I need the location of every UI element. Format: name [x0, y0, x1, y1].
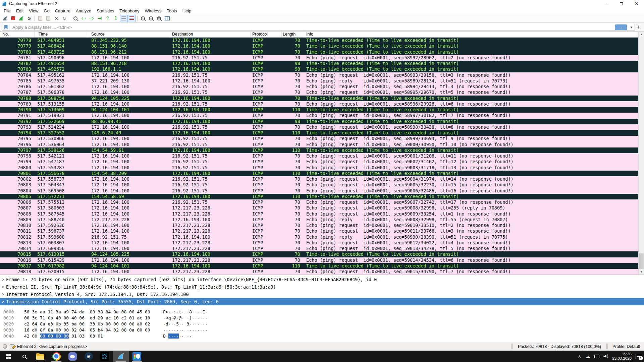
packet-row[interactable]: 70814 517.609856 172.16.194.100 172.217.… — [0, 246, 638, 251]
packet-row[interactable]: 70793 517.524234 172.16.194.100 216.92.1… — [0, 124, 638, 130]
go-to-packet-button[interactable]: ⇥ — [96, 15, 104, 22]
column-header-info[interactable]: Info — [304, 32, 638, 37]
stop-capture-button[interactable] — [9, 15, 17, 22]
packet-row[interactable]: 70790 517.514609 94.124.104.101 172.16.1… — [0, 107, 638, 113]
packet-row[interactable]: 70784 517.495162 172.16.194.100 216.92.1… — [0, 72, 638, 78]
menu-item[interactable]: Edit — [13, 8, 26, 14]
find-packet-button[interactable] — [71, 15, 79, 22]
packet-row[interactable]: 70785 517.497635 37.221.209.130 172.16.1… — [0, 78, 638, 84]
close-button[interactable]: × — [629, 0, 644, 7]
packet-row[interactable]: 70817 517.617982 94.124.104.101 172.16.1… — [0, 263, 638, 269]
packet-row[interactable]: 70799 517.547187 172.16.194.100 216.92.1… — [0, 159, 638, 165]
go-first-packet-button[interactable]: ⇧ — [104, 15, 112, 22]
column-header-protocol[interactable]: Protocol — [251, 32, 282, 37]
packet-row[interactable]: 70797 517.539126 154.54.59.61 172.16.194… — [0, 147, 638, 153]
hex-row[interactable]: 0020 c2 64 8a e3 0b 35 ba 00 33 0b 00 00… — [0, 321, 644, 327]
packet-row[interactable]: 70805 517.572271 154.54.58.69 172.16.194… — [0, 194, 638, 199]
autoscroll-toggle[interactable] — [120, 15, 128, 22]
profile-selector[interactable]: Profile: Default — [608, 344, 644, 349]
packet-row[interactable]: 70803 517.564343 172.16.194.100 216.92.1… — [0, 182, 638, 188]
taskbar-wireshark-button[interactable] — [113, 351, 129, 362]
colorize-toggle[interactable] — [128, 15, 136, 22]
menu-item[interactable]: Capture — [52, 8, 73, 14]
speaker-icon[interactable] — [603, 354, 608, 358]
close-file-button[interactable]: ✕ — [52, 15, 60, 22]
packet-row[interactable]: 70807 517.580603 172.16.194.100 172.217.… — [0, 205, 638, 211]
packet-row[interactable]: 70781 517.490096 172.16.194.100 216.92.1… — [0, 55, 638, 61]
restore-button[interactable] — [614, 0, 629, 7]
network-icon[interactable] — [594, 355, 599, 358]
packet-row[interactable]: 70786 517.501362 172.16.194.100 216.92.1… — [0, 84, 638, 89]
packet-row[interactable]: 70798 517.542121 172.16.194.100 216.92.1… — [0, 153, 638, 159]
packet-row[interactable]: 70791 517.519021 172.16.194.100 216.92.1… — [0, 113, 638, 118]
column-header-destination[interactable]: Destination — [170, 32, 251, 37]
expander-icon[interactable]: > — [0, 291, 6, 298]
hex-row[interactable]: 0040 42 00 00 00 00 00 01 03 03 01 B····… — [0, 333, 644, 339]
detail-line[interactable]: > Ethernet II, Src: Tp-LinkT_38:84:9e (7… — [0, 283, 644, 291]
menu-item[interactable]: Analyze — [73, 8, 94, 14]
hex-row[interactable]: 0010 00 3c 71 0b 40 00 40 06 ed 29 ac 10… — [0, 315, 644, 321]
hex-row[interactable]: 0030 16 d0 8f 8a 00 00 02 04 05 b4 04 02… — [0, 327, 644, 333]
packet-row[interactable]: 70778 517.484951 87.245.232.95 172.16.19… — [0, 38, 638, 43]
packet-row[interactable]: 70780 517.489725 88.151.96.212 172.16.19… — [0, 49, 638, 55]
zoom-reset-button[interactable]: = — [155, 15, 163, 22]
packet-row[interactable]: 70789 517.513155 172.16.194.100 216.92.1… — [0, 101, 638, 107]
packet-row[interactable]: 70812 517.599600 216.92.151.75 172.16.19… — [0, 234, 638, 240]
packet-row[interactable]: 70782 517.491654 88.151.96.218 172.16.19… — [0, 61, 638, 66]
minimize-button[interactable] — [599, 0, 614, 7]
resize-columns-button[interactable] — [163, 15, 171, 22]
apply-filter-button[interactable]: → — [615, 24, 627, 30]
packet-row[interactable]: 70818 517.620915 172.16.194.100 172.217.… — [0, 269, 638, 275]
capture-options-button[interactable]: ⚙ — [25, 15, 33, 22]
display-filter-input[interactable]: Apply a display filter ... <Ctrl-/> → ▾ — [2, 24, 635, 31]
packet-row[interactable]: 70801 517.556678 154.54.38.209 172.16.19… — [0, 171, 638, 176]
packet-row[interactable]: 70811 517.598737 172.16.194.100 172.217.… — [0, 228, 638, 234]
menu-item[interactable]: View — [26, 8, 41, 14]
tray-chevron-up-icon[interactable]: ∧ — [578, 354, 581, 359]
packet-row[interactable]: 70804 517.569508 172.16.194.100 216.92.1… — [0, 188, 638, 194]
taskbar-chrome-button[interactable] — [48, 351, 64, 362]
taskbar-media-button[interactable] — [129, 351, 145, 362]
scroll-down-icon[interactable]: ▼ — [639, 269, 644, 275]
packet-row[interactable]: 70792 517.522669 88.86.98.41 172.16.194.… — [0, 119, 638, 124]
packet-row[interactable]: 70794 517.527552 149.6.24.49 172.16.194.… — [0, 130, 638, 136]
menu-item[interactable]: Telephony — [117, 8, 142, 14]
taskbar-app-button[interactable] — [97, 351, 113, 362]
column-header-no[interactable]: No. — [0, 32, 35, 37]
menu-item[interactable]: File — [1, 8, 13, 14]
zoom-in-button[interactable]: + — [139, 15, 147, 22]
expander-icon[interactable]: > — [0, 298, 6, 305]
packet-row[interactable]: 70802 517.558737 172.16.194.100 216.92.1… — [0, 176, 638, 182]
go-back-button[interactable]: ⇦ — [79, 15, 88, 22]
packet-row[interactable]: 70808 517.587545 172.16.194.100 172.217.… — [0, 211, 638, 217]
restart-capture-button[interactable] — [17, 15, 25, 22]
expander-icon[interactable]: > — [0, 276, 6, 283]
packet-row[interactable]: 70806 517.575513 172.16.194.100 216.92.1… — [0, 199, 638, 205]
filter-dropdown-button[interactable]: ▾ — [628, 25, 635, 29]
packet-row[interactable]: 70809 517.588740 172.217.23.228 172.16.1… — [0, 217, 638, 223]
column-header-source[interactable]: Source — [88, 32, 170, 37]
go-forward-button[interactable]: ⇨ — [88, 15, 96, 22]
packet-row[interactable]: 70810 517.592636 172.16.194.100 172.217.… — [0, 223, 638, 228]
open-file-button[interactable] — [36, 15, 44, 22]
column-header-time[interactable]: Time — [35, 32, 88, 37]
scrollbar-thumb[interactable] — [639, 253, 644, 269]
zoom-out-button[interactable]: − — [147, 15, 155, 22]
taskbar-discord-button[interactable] — [64, 351, 80, 362]
start-button[interactable] — [0, 351, 16, 362]
hex-row[interactable]: 0000 50 3e aa 11 3a a9 74 da 88 38 84 9e… — [0, 309, 644, 315]
menu-item[interactable]: Tools — [164, 8, 179, 14]
save-file-button[interactable] — [44, 15, 52, 22]
packet-row[interactable]: 70795 517.530966 172.16.194.100 216.92.1… — [0, 136, 638, 141]
packet-row[interactable]: 70816 517.615439 172.16.194.100 172.217.… — [0, 257, 638, 263]
detail-line[interactable]: > Internet Protocol Version 4, Src: 172.… — [0, 291, 644, 298]
scroll-up-icon[interactable]: ▲ — [639, 32, 644, 37]
detail-line[interactable]: > Transmission Control Protocol, Src Por… — [0, 298, 644, 305]
add-filter-button[interactable]: + — [635, 24, 642, 31]
filter-bookmark-button[interactable] — [2, 24, 10, 31]
packet-row[interactable]: 70788 517.508754 94.124.105.225 172.16.1… — [0, 96, 638, 101]
packet-row[interactable]: 70813 517.603807 172.16.194.100 172.217.… — [0, 240, 638, 246]
taskbar-explorer-button[interactable] — [32, 351, 48, 362]
taskbar-steam-button[interactable]: ◉ — [80, 351, 97, 362]
packet-row[interactable]: 70783 517.492572 192.168.1.1 172.16.194.… — [0, 66, 638, 72]
